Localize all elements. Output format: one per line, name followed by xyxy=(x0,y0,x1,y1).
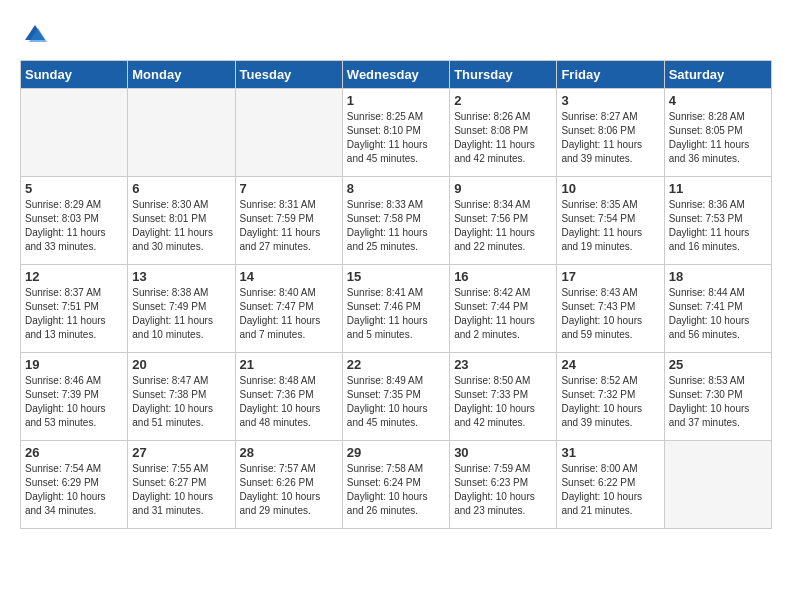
day-cell: 11Sunrise: 8:36 AM Sunset: 7:53 PM Dayli… xyxy=(664,177,771,265)
day-detail: Sunrise: 8:52 AM Sunset: 7:32 PM Dayligh… xyxy=(561,374,659,430)
day-detail: Sunrise: 8:46 AM Sunset: 7:39 PM Dayligh… xyxy=(25,374,123,430)
day-cell: 18Sunrise: 8:44 AM Sunset: 7:41 PM Dayli… xyxy=(664,265,771,353)
week-row-5: 26Sunrise: 7:54 AM Sunset: 6:29 PM Dayli… xyxy=(21,441,772,529)
day-number: 15 xyxy=(347,269,445,284)
day-detail: Sunrise: 8:53 AM Sunset: 7:30 PM Dayligh… xyxy=(669,374,767,430)
day-cell: 17Sunrise: 8:43 AM Sunset: 7:43 PM Dayli… xyxy=(557,265,664,353)
day-detail: Sunrise: 7:54 AM Sunset: 6:29 PM Dayligh… xyxy=(25,462,123,518)
day-cell: 25Sunrise: 8:53 AM Sunset: 7:30 PM Dayli… xyxy=(664,353,771,441)
day-cell: 24Sunrise: 8:52 AM Sunset: 7:32 PM Dayli… xyxy=(557,353,664,441)
day-detail: Sunrise: 8:30 AM Sunset: 8:01 PM Dayligh… xyxy=(132,198,230,254)
day-number: 23 xyxy=(454,357,552,372)
day-detail: Sunrise: 8:29 AM Sunset: 8:03 PM Dayligh… xyxy=(25,198,123,254)
day-detail: Sunrise: 8:41 AM Sunset: 7:46 PM Dayligh… xyxy=(347,286,445,342)
calendar-body: 1Sunrise: 8:25 AM Sunset: 8:10 PM Daylig… xyxy=(21,89,772,529)
day-cell: 1Sunrise: 8:25 AM Sunset: 8:10 PM Daylig… xyxy=(342,89,449,177)
day-cell: 19Sunrise: 8:46 AM Sunset: 7:39 PM Dayli… xyxy=(21,353,128,441)
day-detail: Sunrise: 8:33 AM Sunset: 7:58 PM Dayligh… xyxy=(347,198,445,254)
weekday-friday: Friday xyxy=(557,61,664,89)
day-cell: 4Sunrise: 8:28 AM Sunset: 8:05 PM Daylig… xyxy=(664,89,771,177)
weekday-thursday: Thursday xyxy=(450,61,557,89)
day-number: 14 xyxy=(240,269,338,284)
weekday-sunday: Sunday xyxy=(21,61,128,89)
day-detail: Sunrise: 8:48 AM Sunset: 7:36 PM Dayligh… xyxy=(240,374,338,430)
day-detail: Sunrise: 8:40 AM Sunset: 7:47 PM Dayligh… xyxy=(240,286,338,342)
day-number: 2 xyxy=(454,93,552,108)
day-detail: Sunrise: 8:00 AM Sunset: 6:22 PM Dayligh… xyxy=(561,462,659,518)
day-number: 28 xyxy=(240,445,338,460)
week-row-4: 19Sunrise: 8:46 AM Sunset: 7:39 PM Dayli… xyxy=(21,353,772,441)
day-number: 24 xyxy=(561,357,659,372)
day-number: 19 xyxy=(25,357,123,372)
day-number: 7 xyxy=(240,181,338,196)
day-detail: Sunrise: 8:35 AM Sunset: 7:54 PM Dayligh… xyxy=(561,198,659,254)
day-cell: 15Sunrise: 8:41 AM Sunset: 7:46 PM Dayli… xyxy=(342,265,449,353)
day-cell: 14Sunrise: 8:40 AM Sunset: 7:47 PM Dayli… xyxy=(235,265,342,353)
day-number: 11 xyxy=(669,181,767,196)
day-cell: 8Sunrise: 8:33 AM Sunset: 7:58 PM Daylig… xyxy=(342,177,449,265)
day-number: 8 xyxy=(347,181,445,196)
logo-icon xyxy=(20,20,50,50)
day-number: 21 xyxy=(240,357,338,372)
day-detail: Sunrise: 8:34 AM Sunset: 7:56 PM Dayligh… xyxy=(454,198,552,254)
day-cell: 9Sunrise: 8:34 AM Sunset: 7:56 PM Daylig… xyxy=(450,177,557,265)
calendar-table: SundayMondayTuesdayWednesdayThursdayFrid… xyxy=(20,60,772,529)
day-number: 9 xyxy=(454,181,552,196)
day-detail: Sunrise: 8:38 AM Sunset: 7:49 PM Dayligh… xyxy=(132,286,230,342)
day-number: 27 xyxy=(132,445,230,460)
day-number: 12 xyxy=(25,269,123,284)
day-cell: 30Sunrise: 7:59 AM Sunset: 6:23 PM Dayli… xyxy=(450,441,557,529)
day-number: 17 xyxy=(561,269,659,284)
week-row-3: 12Sunrise: 8:37 AM Sunset: 7:51 PM Dayli… xyxy=(21,265,772,353)
day-detail: Sunrise: 8:47 AM Sunset: 7:38 PM Dayligh… xyxy=(132,374,230,430)
day-number: 13 xyxy=(132,269,230,284)
day-detail: Sunrise: 7:57 AM Sunset: 6:26 PM Dayligh… xyxy=(240,462,338,518)
day-cell: 2Sunrise: 8:26 AM Sunset: 8:08 PM Daylig… xyxy=(450,89,557,177)
day-number: 5 xyxy=(25,181,123,196)
day-cell: 23Sunrise: 8:50 AM Sunset: 7:33 PM Dayli… xyxy=(450,353,557,441)
day-cell: 5Sunrise: 8:29 AM Sunset: 8:03 PM Daylig… xyxy=(21,177,128,265)
day-number: 6 xyxy=(132,181,230,196)
day-detail: Sunrise: 8:26 AM Sunset: 8:08 PM Dayligh… xyxy=(454,110,552,166)
weekday-header-row: SundayMondayTuesdayWednesdayThursdayFrid… xyxy=(21,61,772,89)
day-detail: Sunrise: 7:55 AM Sunset: 6:27 PM Dayligh… xyxy=(132,462,230,518)
day-number: 10 xyxy=(561,181,659,196)
day-detail: Sunrise: 8:28 AM Sunset: 8:05 PM Dayligh… xyxy=(669,110,767,166)
day-cell: 28Sunrise: 7:57 AM Sunset: 6:26 PM Dayli… xyxy=(235,441,342,529)
weekday-wednesday: Wednesday xyxy=(342,61,449,89)
day-cell: 16Sunrise: 8:42 AM Sunset: 7:44 PM Dayli… xyxy=(450,265,557,353)
day-cell: 29Sunrise: 7:58 AM Sunset: 6:24 PM Dayli… xyxy=(342,441,449,529)
day-number: 4 xyxy=(669,93,767,108)
day-detail: Sunrise: 8:37 AM Sunset: 7:51 PM Dayligh… xyxy=(25,286,123,342)
day-cell: 7Sunrise: 8:31 AM Sunset: 7:59 PM Daylig… xyxy=(235,177,342,265)
day-detail: Sunrise: 7:58 AM Sunset: 6:24 PM Dayligh… xyxy=(347,462,445,518)
day-cell xyxy=(128,89,235,177)
day-detail: Sunrise: 8:49 AM Sunset: 7:35 PM Dayligh… xyxy=(347,374,445,430)
day-detail: Sunrise: 8:44 AM Sunset: 7:41 PM Dayligh… xyxy=(669,286,767,342)
weekday-saturday: Saturday xyxy=(664,61,771,89)
day-cell: 3Sunrise: 8:27 AM Sunset: 8:06 PM Daylig… xyxy=(557,89,664,177)
day-number: 22 xyxy=(347,357,445,372)
day-cell: 20Sunrise: 8:47 AM Sunset: 7:38 PM Dayli… xyxy=(128,353,235,441)
day-cell xyxy=(21,89,128,177)
day-number: 16 xyxy=(454,269,552,284)
day-detail: Sunrise: 8:43 AM Sunset: 7:43 PM Dayligh… xyxy=(561,286,659,342)
day-detail: Sunrise: 8:42 AM Sunset: 7:44 PM Dayligh… xyxy=(454,286,552,342)
day-detail: Sunrise: 8:31 AM Sunset: 7:59 PM Dayligh… xyxy=(240,198,338,254)
day-number: 26 xyxy=(25,445,123,460)
day-number: 25 xyxy=(669,357,767,372)
logo xyxy=(20,20,52,50)
day-number: 30 xyxy=(454,445,552,460)
day-number: 1 xyxy=(347,93,445,108)
day-cell: 13Sunrise: 8:38 AM Sunset: 7:49 PM Dayli… xyxy=(128,265,235,353)
day-detail: Sunrise: 8:50 AM Sunset: 7:33 PM Dayligh… xyxy=(454,374,552,430)
day-cell: 22Sunrise: 8:49 AM Sunset: 7:35 PM Dayli… xyxy=(342,353,449,441)
weekday-monday: Monday xyxy=(128,61,235,89)
week-row-2: 5Sunrise: 8:29 AM Sunset: 8:03 PM Daylig… xyxy=(21,177,772,265)
day-cell xyxy=(235,89,342,177)
day-detail: Sunrise: 8:27 AM Sunset: 8:06 PM Dayligh… xyxy=(561,110,659,166)
day-cell: 6Sunrise: 8:30 AM Sunset: 8:01 PM Daylig… xyxy=(128,177,235,265)
day-number: 29 xyxy=(347,445,445,460)
day-cell: 26Sunrise: 7:54 AM Sunset: 6:29 PM Dayli… xyxy=(21,441,128,529)
day-number: 18 xyxy=(669,269,767,284)
